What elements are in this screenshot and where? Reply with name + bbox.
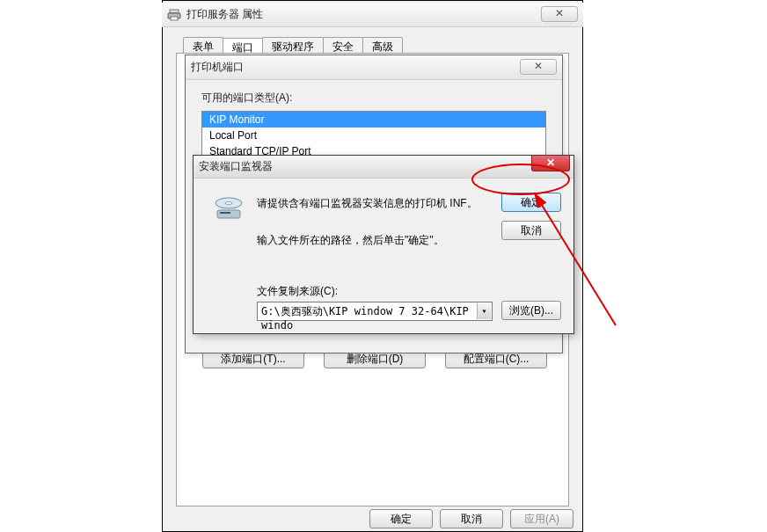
svg-rect-0: [170, 10, 179, 13]
port-title: 打印机端口: [191, 60, 244, 75]
install-titlebar[interactable]: 安装端口监视器 ✕: [194, 156, 573, 179]
print-server-properties-dialog: 打印服务器 属性 ✕: [162, 3, 583, 27]
main-title: 打印服务器 属性: [186, 7, 263, 22]
path-combobox[interactable]: G:\奥西驱动\KIP window 7 32-64\KIP windo ▾: [257, 302, 493, 321]
install-title: 安装端口监视器: [199, 159, 273, 174]
main-apply-button[interactable]: 应用(A): [510, 509, 573, 528]
svg-rect-2: [171, 17, 178, 20]
install-close-button[interactable]: ✕: [531, 156, 570, 171]
port-close-button[interactable]: ✕: [520, 59, 557, 75]
list-item[interactable]: KIP Monitor: [202, 112, 545, 128]
list-item[interactable]: Local Port: [202, 128, 545, 143]
install-instruction-2: 输入文件所在的路径，然后单击"确定"。: [257, 233, 521, 248]
svg-rect-6: [220, 212, 230, 214]
main-close-button[interactable]: ✕: [541, 6, 578, 22]
printer-icon: [167, 8, 181, 22]
install-ok-button[interactable]: 确定: [501, 193, 561, 212]
chevron-down-icon[interactable]: ▾: [477, 303, 491, 319]
copy-from-label: 文件复制来源(C):: [257, 284, 338, 299]
disk-icon: [213, 194, 245, 221]
main-ok-button[interactable]: 确定: [369, 509, 433, 528]
svg-point-4: [225, 202, 232, 205]
path-value: G:\奥西驱动\KIP window 7 32-64\KIP windo: [261, 305, 469, 332]
main-cancel-button[interactable]: 取消: [440, 509, 503, 528]
install-port-monitor-dialog: 安装端口监视器 ✕ 请提供含有端口监视器安装信息的打印机 INF。 输入文件所在…: [193, 155, 574, 334]
svg-rect-5: [217, 210, 240, 218]
port-types-label: 可用的端口类型(A):: [201, 91, 546, 106]
main-titlebar[interactable]: 打印服务器 属性 ✕: [162, 3, 583, 27]
install-cancel-button[interactable]: 取消: [501, 221, 561, 240]
main-dialog-buttons: 确定 取消 应用(A): [369, 509, 573, 528]
install-browse-button[interactable]: 浏览(B)...: [501, 301, 561, 320]
install-instruction-1: 请提供含有端口监视器安装信息的打印机 INF。: [257, 196, 521, 211]
port-titlebar[interactable]: 打印机端口 ✕: [186, 55, 562, 80]
